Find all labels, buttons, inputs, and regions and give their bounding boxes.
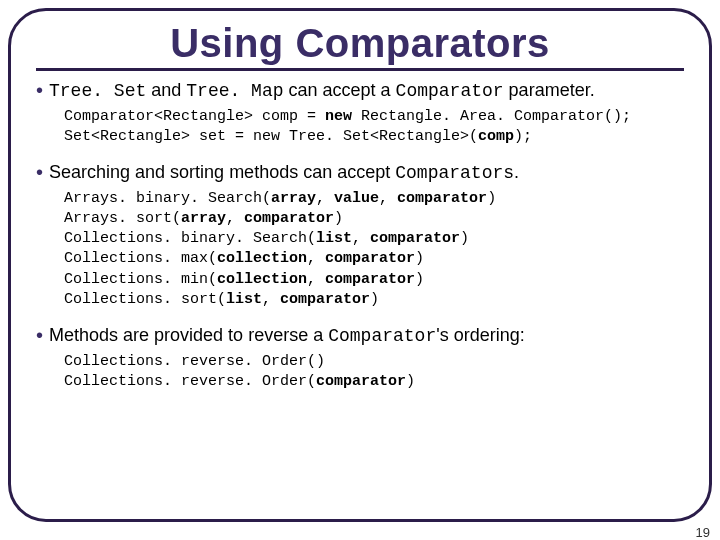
bullet-3-text: Methods are provided to reverse a Compar… — [49, 324, 684, 348]
code-bold: comparator — [244, 210, 334, 227]
plain-text: can accept a — [284, 80, 396, 100]
code-block-2: Arrays. binary. Search(array, value, com… — [64, 189, 684, 311]
code-bold: collection — [217, 250, 307, 267]
code-text: , — [226, 210, 244, 227]
code-bold: comparator — [316, 373, 406, 390]
code-text: Collections. reverse. Order( — [64, 373, 316, 390]
mono-text: Comparator — [396, 81, 504, 101]
code-text: , — [262, 291, 280, 308]
code-bold: comparator — [397, 190, 487, 207]
code-text: Collections. reverse. Order() — [64, 353, 325, 370]
code-text: , — [307, 271, 325, 288]
code-text: , — [352, 230, 370, 247]
code-bold: list — [316, 230, 352, 247]
code-text: ) — [334, 210, 343, 227]
bullet-2-text: Searching and sorting methods can accept… — [49, 161, 684, 185]
code-text: , — [316, 190, 334, 207]
plain-text: parameter. — [504, 80, 595, 100]
slide-frame: Using Comparators • Tree. Set and Tree. … — [8, 8, 712, 522]
bullet-3: • Methods are provided to reverse a Comp… — [36, 324, 684, 348]
code-bold: value — [334, 190, 379, 207]
code-bold: new — [325, 108, 352, 125]
code-bold: list — [226, 291, 262, 308]
slide-body: • Tree. Set and Tree. Map can accept a C… — [36, 79, 684, 392]
code-text: ) — [415, 250, 424, 267]
code-text: Collections. sort( — [64, 291, 226, 308]
code-block-3: Collections. reverse. Order() Collection… — [64, 352, 684, 393]
plain-text: Methods are provided to reverse a — [49, 325, 328, 345]
code-text: Arrays. binary. Search( — [64, 190, 271, 207]
bullet-icon: • — [36, 324, 43, 346]
code-text: Comparator<Rectangle> comp = — [64, 108, 325, 125]
code-text: Rectangle. Area. Comparator(); — [352, 108, 631, 125]
bullet-1: • Tree. Set and Tree. Map can accept a C… — [36, 79, 684, 103]
code-text: ) — [406, 373, 415, 390]
code-text: Arrays. sort( — [64, 210, 181, 227]
plain-text: 's ordering: — [436, 325, 524, 345]
code-bold: comparator — [325, 250, 415, 267]
page-number: 19 — [696, 525, 710, 540]
bullet-icon: • — [36, 79, 43, 101]
code-bold: array — [181, 210, 226, 227]
code-text: Collections. min( — [64, 271, 217, 288]
code-bold: comp — [478, 128, 514, 145]
code-text: , — [307, 250, 325, 267]
slide: Using Comparators • Tree. Set and Tree. … — [0, 0, 720, 540]
code-bold: comparator — [280, 291, 370, 308]
plain-text: Searching and sorting methods can accept — [49, 162, 395, 182]
slide-title: Using Comparators — [36, 21, 684, 66]
code-bold: comparator — [325, 271, 415, 288]
bullet-icon: • — [36, 161, 43, 183]
code-text: Set<Rectangle> set = new Tree. Set<Recta… — [64, 128, 478, 145]
code-bold: comparator — [370, 230, 460, 247]
code-text: ) — [487, 190, 496, 207]
code-text: ) — [370, 291, 379, 308]
code-bold: collection — [217, 271, 307, 288]
mono-text: Tree. Set — [49, 81, 146, 101]
mono-text: Comparators — [395, 163, 514, 183]
code-block-1: Comparator<Rectangle> comp = new Rectang… — [64, 107, 684, 148]
mono-text: Tree. Map — [186, 81, 283, 101]
title-divider — [36, 68, 684, 71]
code-text: Collections. binary. Search( — [64, 230, 316, 247]
bullet-1-text: Tree. Set and Tree. Map can accept a Com… — [49, 79, 684, 103]
code-text: ); — [514, 128, 532, 145]
code-bold: array — [271, 190, 316, 207]
code-text: , — [379, 190, 397, 207]
code-text: ) — [460, 230, 469, 247]
plain-text: and — [146, 80, 186, 100]
plain-text: . — [514, 162, 519, 182]
code-text: Collections. max( — [64, 250, 217, 267]
bullet-2: • Searching and sorting methods can acce… — [36, 161, 684, 185]
mono-text: Comparator — [328, 326, 436, 346]
code-text: ) — [415, 271, 424, 288]
